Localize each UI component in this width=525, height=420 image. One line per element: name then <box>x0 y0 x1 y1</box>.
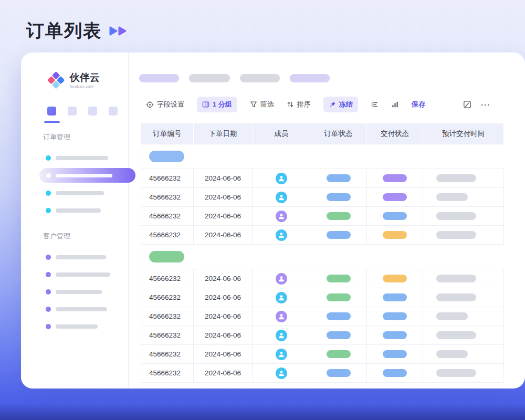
sort-button[interactable]: 排序 <box>287 100 311 109</box>
order-date-cell: 2024-06-06 <box>194 188 253 207</box>
bar-chart-icon <box>391 101 399 108</box>
row-height-button[interactable] <box>371 101 379 108</box>
table-row[interactable]: 456662322024-06-06 <box>141 288 503 307</box>
item-dot <box>46 255 51 260</box>
delivery-status-pill <box>383 174 407 182</box>
item-dot <box>46 208 51 213</box>
toolbar-right: ··· <box>463 100 490 109</box>
sidebar-tabs <box>47 107 118 116</box>
order-date-cell: 2024-06-06 <box>194 326 253 345</box>
order-date-cell: 2024-06-06 <box>194 169 253 188</box>
member-avatar <box>276 211 287 222</box>
field-settings-button[interactable]: 字段设置 <box>146 100 184 109</box>
order-status-pill <box>327 212 351 220</box>
order-table: 订单编号下单日期成员订单状态交付状态预计交付时间456662322024-06-… <box>141 123 503 383</box>
table-row[interactable]: 456662322024-06-06 <box>141 326 503 345</box>
order-date-cell: 2024-06-06 <box>194 226 253 245</box>
group-header-row[interactable] <box>141 245 503 269</box>
order-date-cell: 2024-06-06 <box>194 269 253 288</box>
member-cell <box>253 226 310 245</box>
column-header[interactable]: 成员 <box>253 123 310 144</box>
table-row[interactable]: 456662322024-06-06 <box>141 226 503 245</box>
save-button[interactable]: 保存 <box>412 100 426 109</box>
order-status-pill <box>327 174 351 182</box>
member-cell <box>253 326 310 345</box>
breadcrumb-placeholder <box>290 74 330 82</box>
order-status-cell <box>310 269 367 288</box>
member-cell <box>253 169 310 188</box>
breadcrumb <box>139 74 330 82</box>
sidebar-item[interactable] <box>21 149 128 166</box>
app-window: 伙伴云 huoban.com 订单管理客户管理 字段设置 <box>21 52 525 388</box>
sidebar-item[interactable] <box>21 184 128 202</box>
sidebar-item[interactable] <box>21 283 128 300</box>
sidebar-tab-4[interactable] <box>109 107 118 116</box>
freeze-button[interactable]: 冻结 <box>323 97 358 112</box>
selected-item-dot <box>46 173 51 178</box>
edit-button[interactable] <box>463 100 471 109</box>
delivery-status-cell <box>367 207 423 226</box>
filter-button[interactable]: 筛选 <box>250 100 274 109</box>
table-row[interactable]: 456662322024-06-06 <box>141 364 503 383</box>
table-row[interactable]: 456662322024-06-06 <box>141 345 503 364</box>
nav-section-label: 订单管理 <box>43 132 128 142</box>
sidebar-item[interactable] <box>21 248 128 266</box>
column-header[interactable]: 预计交付时间 <box>423 123 504 144</box>
eta-cell <box>423 226 504 245</box>
selected-item-text-placeholder <box>56 174 112 177</box>
order-status-cell <box>310 345 367 364</box>
person-icon <box>278 294 285 301</box>
sidebar-tab-2[interactable] <box>68 107 77 116</box>
item-text-placeholder <box>56 272 110 277</box>
eta-placeholder-pill <box>436 350 468 358</box>
person-icon <box>278 275 285 282</box>
delivery-status-cell <box>367 288 423 307</box>
order-status-cell <box>310 226 367 245</box>
sidebar-item[interactable] <box>21 266 128 283</box>
item-text-placeholder <box>56 324 98 329</box>
column-header[interactable]: 交付状态 <box>367 123 423 144</box>
chart-button[interactable] <box>391 101 399 108</box>
table-header-row: 订单编号下单日期成员订单状态交付状态预计交付时间 <box>141 123 503 144</box>
order-date-cell: 2024-06-06 <box>194 288 253 307</box>
order-number-cell: 45666232 <box>141 169 194 188</box>
group-button[interactable]: 1 分组 <box>197 97 237 112</box>
sidebar-item-selected[interactable] <box>39 168 135 183</box>
eta-placeholder-pill <box>436 231 476 239</box>
sidebar-item[interactable] <box>21 202 128 219</box>
person-icon <box>278 213 285 220</box>
sidebar-item[interactable] <box>21 300 128 318</box>
eta-placeholder-pill <box>436 293 476 301</box>
order-status-pill <box>327 231 351 239</box>
table-row[interactable]: 456662322024-06-06 <box>141 169 503 188</box>
eta-placeholder-pill <box>436 312 468 320</box>
more-button[interactable]: ··· <box>481 100 490 109</box>
column-header[interactable]: 订单状态 <box>310 123 367 144</box>
pin-icon <box>329 101 336 108</box>
eta-placeholder-pill <box>436 212 476 220</box>
order-date-cell: 2024-06-06 <box>194 207 253 226</box>
logo-text: 伙伴云 <box>70 72 100 82</box>
order-number-cell: 45666232 <box>141 207 194 226</box>
group-header-row[interactable] <box>141 144 503 169</box>
breadcrumb-placeholder <box>240 74 280 82</box>
delivery-status-pill <box>383 331 407 339</box>
person-icon <box>278 313 285 320</box>
sidebar-tab-3[interactable] <box>88 107 97 116</box>
delivery-status-pill <box>383 212 407 220</box>
column-header[interactable]: 订单编号 <box>141 123 194 144</box>
table-row[interactable]: 456662322024-06-06 <box>141 269 503 288</box>
delivery-status-cell <box>367 269 423 288</box>
member-cell <box>253 288 310 307</box>
eta-placeholder-pill <box>436 369 476 377</box>
table-row[interactable]: 456662322024-06-06 <box>141 207 503 226</box>
logo-domain: huoban.com <box>70 84 100 89</box>
table-row[interactable]: 456662322024-06-06 <box>141 307 503 326</box>
sidebar-item[interactable] <box>21 318 128 335</box>
sidebar: 伙伴云 huoban.com 订单管理客户管理 <box>21 52 129 388</box>
table-row[interactable]: 456662322024-06-06 <box>141 188 503 207</box>
eta-placeholder-pill <box>436 331 476 339</box>
freeze-label: 冻结 <box>339 100 353 109</box>
sidebar-tab-1[interactable] <box>47 107 56 116</box>
column-header[interactable]: 下单日期 <box>194 123 253 144</box>
